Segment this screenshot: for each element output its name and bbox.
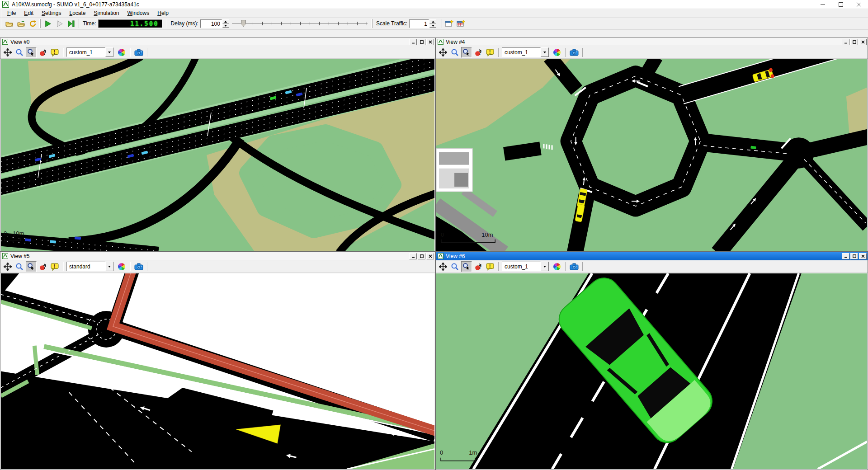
- toolbar-grip[interactable]: [441, 19, 442, 28]
- zoom-button[interactable]: [449, 47, 460, 58]
- combo-dropdown-button[interactable]: [541, 47, 549, 57]
- edit-coloring-button[interactable]: [552, 261, 562, 272]
- locate-cursor-button[interactable]: [26, 47, 37, 58]
- scale-up-button[interactable]: [429, 19, 436, 24]
- new-3d-view-button[interactable]: [455, 18, 467, 29]
- vehicle-cyan[interactable]: [50, 240, 56, 243]
- view6-scheme-combo[interactable]: custom_1: [502, 262, 549, 271]
- message-bubble-button[interactable]: !: [485, 47, 495, 58]
- snapshot-button[interactable]: [569, 47, 580, 58]
- object-info-button[interactable]: ?: [473, 261, 484, 272]
- view6-close-button[interactable]: [859, 253, 867, 259]
- recenter-view-button[interactable]: [438, 47, 448, 58]
- run-button[interactable]: [42, 18, 53, 29]
- menubar-grip[interactable]: [1, 9, 2, 18]
- view5-maximize-button[interactable]: [418, 253, 425, 259]
- view5-titlebar[interactable]: View #5: [0, 252, 435, 260]
- view0-minimize-button[interactable]: [409, 39, 417, 45]
- view0-scheme-combo[interactable]: custom_1: [66, 47, 113, 57]
- message-bubble-button[interactable]: !: [49, 261, 60, 272]
- delay-slider[interactable]: [232, 19, 368, 28]
- menu-locate[interactable]: Locate: [65, 9, 90, 17]
- open-network-button[interactable]: [15, 18, 27, 29]
- object-info-button[interactable]: ?: [473, 47, 484, 58]
- delay-down-button[interactable]: [222, 24, 229, 28]
- recenter-view-button[interactable]: [2, 47, 13, 58]
- zoom-button[interactable]: [14, 261, 25, 272]
- view4-close-button[interactable]: [859, 39, 867, 45]
- message-bubble-button[interactable]: !: [49, 47, 60, 58]
- view0-canvas[interactable]: 0 10m: [1, 59, 434, 251]
- menu-windows[interactable]: Windows: [123, 9, 154, 17]
- close-button[interactable]: [850, 0, 868, 9]
- svg-text:10m: 10m: [481, 231, 493, 238]
- recenter-view-button[interactable]: [2, 261, 13, 272]
- message-bubble-button[interactable]: !: [485, 261, 495, 272]
- magnifier-icon: [15, 263, 24, 271]
- zoom-button[interactable]: [14, 47, 25, 58]
- stop-button[interactable]: [53, 18, 65, 29]
- edit-coloring-button[interactable]: [116, 47, 127, 58]
- view4-canvas[interactable]: 0 10m: [436, 59, 867, 251]
- menu-help[interactable]: Help: [153, 9, 173, 17]
- step-button[interactable]: [65, 18, 77, 29]
- minimize-button[interactable]: [814, 0, 832, 9]
- view6-minimize-button[interactable]: [842, 253, 849, 259]
- combo-dropdown-button[interactable]: [541, 262, 549, 271]
- view5-scheme-combo[interactable]: standard: [66, 262, 113, 271]
- combo-dropdown-button[interactable]: [105, 47, 113, 57]
- scale-traffic-input[interactable]: 1: [409, 19, 429, 28]
- view4-scheme-combo[interactable]: custom_1: [502, 47, 549, 57]
- toolbar-grip[interactable]: [371, 19, 373, 28]
- snapshot-button[interactable]: [569, 261, 580, 272]
- edit-coloring-button[interactable]: [552, 47, 562, 58]
- menu-settings[interactable]: Settings: [38, 9, 65, 17]
- toolbar-grip[interactable]: [166, 19, 167, 28]
- sumo-view-icon: [438, 253, 443, 259]
- delay-input[interactable]: 100: [200, 19, 222, 28]
- snapshot-button[interactable]: [133, 261, 144, 272]
- menu-edit[interactable]: Edit: [20, 9, 38, 17]
- vehicle-blue[interactable]: [75, 236, 81, 240]
- view5-canvas[interactable]: [1, 273, 434, 469]
- view0-close-button[interactable]: [426, 39, 434, 45]
- slider-thumb[interactable]: [241, 20, 246, 27]
- new-view-button[interactable]: [443, 18, 455, 29]
- snapshot-button[interactable]: [133, 47, 144, 58]
- vehicle-blue[interactable]: [25, 238, 31, 241]
- chevron-down-icon: [543, 266, 546, 268]
- view6-titlebar[interactable]: View #6: [436, 252, 868, 260]
- view6-canvas[interactable]: 0 1m: [436, 273, 867, 469]
- toolbar-grip[interactable]: [78, 19, 79, 28]
- scale-down-button[interactable]: [429, 24, 436, 28]
- view0-titlebar[interactable]: View #0: [0, 38, 435, 46]
- locate-cursor-button[interactable]: [26, 261, 37, 272]
- zoom-button[interactable]: [449, 261, 460, 272]
- menu-file[interactable]: File: [3, 9, 20, 17]
- locate-cursor-button[interactable]: [461, 47, 472, 58]
- toolbar-grip[interactable]: [1, 19, 2, 28]
- locate-cursor-button[interactable]: [461, 261, 472, 272]
- toolbar-separator: [63, 262, 64, 271]
- view4-maximize-button[interactable]: [850, 39, 858, 45]
- toolbar-grip[interactable]: [39, 19, 41, 28]
- svg-text:?: ?: [478, 49, 481, 56]
- object-info-button[interactable]: ?: [38, 261, 48, 272]
- menu-simulation[interactable]: Simulation: [90, 9, 123, 17]
- window-titlebar[interactable]: A10KW.sumocfg - SUMO v1_6_0+0177-a73435a…: [0, 0, 868, 9]
- view5-minimize-button[interactable]: [409, 253, 417, 259]
- object-info-button[interactable]: ?: [38, 47, 48, 58]
- delay-up-button[interactable]: [222, 19, 229, 24]
- maximize-button[interactable]: [832, 0, 850, 9]
- view4-minimize-button[interactable]: [842, 39, 849, 45]
- recenter-view-button[interactable]: [438, 261, 448, 272]
- toolbar-separator: [565, 48, 566, 57]
- view0-maximize-button[interactable]: [418, 39, 425, 45]
- edit-coloring-button[interactable]: [116, 261, 127, 272]
- view6-maximize-button[interactable]: [850, 253, 858, 259]
- combo-dropdown-button[interactable]: [105, 262, 113, 271]
- view5-close-button[interactable]: [426, 253, 434, 259]
- view4-titlebar[interactable]: View #4: [436, 38, 868, 46]
- open-config-button[interactable]: [3, 18, 15, 29]
- reload-button[interactable]: [27, 18, 38, 29]
